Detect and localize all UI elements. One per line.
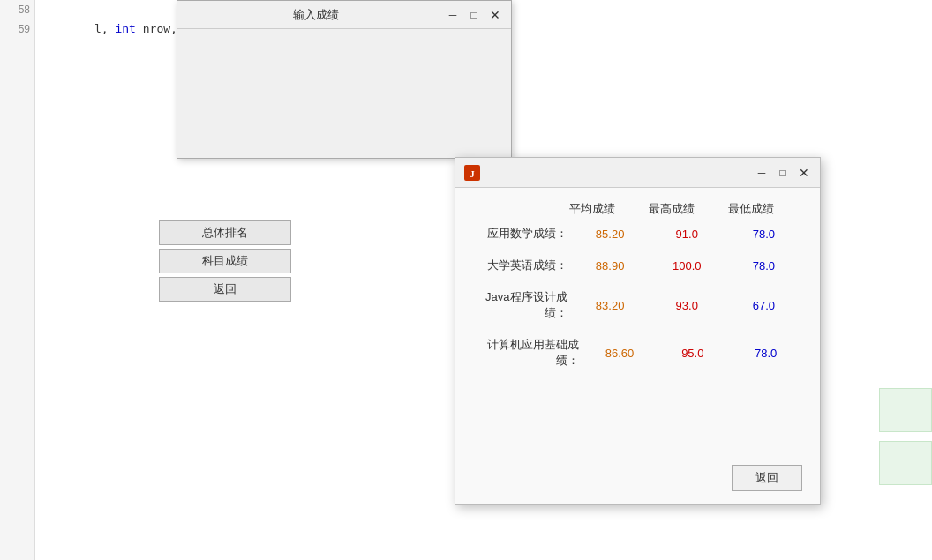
dialog-input-close[interactable]: ✕ <box>488 8 502 22</box>
btn-back-left[interactable]: 返回 <box>159 277 291 302</box>
dialog-input-minimize[interactable]: ─ <box>446 9 460 21</box>
table-row: 大学英语成绩： 88.90 100.0 78.0 <box>473 258 802 273</box>
row-label-computer: 计算机应用基础成绩： <box>473 337 583 369</box>
row-avg-english: 88.90 <box>572 259 649 273</box>
table-row: 计算机应用基础成绩： 86.60 95.0 78.0 <box>473 337 802 369</box>
right-panel-accent-1 <box>879 388 932 432</box>
col-max-header: 最高成绩 <box>632 201 711 217</box>
dialog-main-titlebar: J ─ □ ✕ <box>455 158 820 188</box>
line-num-59: 59 <box>19 19 30 39</box>
row-max-math: 91.0 <box>649 228 725 241</box>
dialog-input-grades: 输入成绩 ─ □ ✕ <box>177 0 512 159</box>
row-label-java: Java程序设计成绩： <box>473 289 572 321</box>
row-max-java: 93.0 <box>649 299 725 312</box>
row-avg-math: 85.20 <box>572 228 649 241</box>
dialog-input-title: 输入成绩 <box>186 7 446 23</box>
btn-subject-grades[interactable]: 科目成绩 <box>159 249 291 273</box>
row-min-java: 67.0 <box>725 299 802 312</box>
line-numbers: 58 59 <box>0 0 35 560</box>
dialog-main-stats: J ─ □ ✕ 平均成绩 最高成绩 最低成绩 应用数学成绩： 85.20 91.… <box>455 157 821 505</box>
dialog-footer: 返回 <box>732 465 802 491</box>
dialog-input-titlebar: 输入成绩 ─ □ ✕ <box>177 1 511 29</box>
left-panel: 总体排名 科目成绩 返回 <box>159 220 291 302</box>
table-row: 应用数学成绩： 85.20 91.0 78.0 <box>473 226 802 242</box>
table-header: 平均成绩 最高成绩 最低成绩 <box>552 201 802 217</box>
btn-overall-ranking[interactable]: 总体排名 <box>159 220 291 245</box>
row-avg-java: 83.20 <box>572 299 649 312</box>
dialog-main-maximize[interactable]: □ <box>776 167 790 179</box>
dialog-input-controls: ─ □ ✕ <box>446 8 502 22</box>
dialog-main-controls: ─ □ ✕ <box>755 166 811 180</box>
row-min-math: 78.0 <box>725 228 802 241</box>
dialog-main-close[interactable]: ✕ <box>797 166 811 180</box>
java-icon: J <box>464 165 480 181</box>
row-label-english: 大学英语成绩： <box>473 258 572 273</box>
dialog-main-minimize[interactable]: ─ <box>755 167 769 179</box>
right-panel-accent-2 <box>879 441 932 485</box>
row-min-computer: 78.0 <box>729 347 802 360</box>
btn-back-main[interactable]: 返回 <box>732 465 802 491</box>
col-avg-header: 平均成绩 <box>552 201 632 217</box>
grades-table: 平均成绩 最高成绩 最低成绩 应用数学成绩： 85.20 91.0 78.0 大… <box>455 188 820 393</box>
svg-text:J: J <box>470 168 475 179</box>
row-max-computer: 95.0 <box>656 347 729 360</box>
row-avg-computer: 86.60 <box>583 347 657 360</box>
dialog-input-maximize[interactable]: □ <box>467 9 481 21</box>
line-num-58: 58 <box>19 0 30 19</box>
row-min-english: 78.0 <box>725 259 802 273</box>
col-min-header: 最低成绩 <box>711 201 791 217</box>
row-label-math: 应用数学成绩： <box>473 226 572 242</box>
row-max-english: 100.0 <box>649 259 725 273</box>
table-row: Java程序设计成绩： 83.20 93.0 67.0 <box>473 289 802 321</box>
